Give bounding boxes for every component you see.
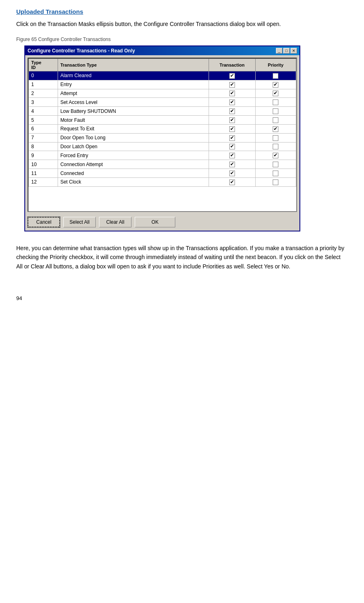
transaction-checkbox-icon xyxy=(229,91,235,96)
cell-transaction-checkbox[interactable] xyxy=(209,133,256,142)
page-title: Uploaded Transactions xyxy=(16,8,348,15)
table-row[interactable]: 10Connection Attempt xyxy=(29,160,296,169)
maximize-button[interactable]: □ xyxy=(283,48,290,54)
transaction-checkbox-icon xyxy=(229,99,235,105)
transaction-checkbox-icon xyxy=(229,82,235,88)
cell-priority-checkbox[interactable] xyxy=(255,151,296,160)
cell-type-name: Door Latch Open xyxy=(58,142,209,151)
table-row[interactable]: 8Door Latch Open xyxy=(29,142,296,151)
figure-caption: Figure 65 Configure Controller Transacti… xyxy=(16,37,348,42)
cell-transaction-checkbox[interactable] xyxy=(209,98,256,107)
clear-all-button[interactable]: Clear All xyxy=(99,217,131,227)
cell-priority-checkbox[interactable] xyxy=(255,160,296,169)
cell-type-id: 4 xyxy=(29,107,58,116)
close-button[interactable]: ✕ xyxy=(291,48,297,54)
cell-type-id: 0 xyxy=(29,71,58,80)
col-header-type-name: Transaction Type xyxy=(58,59,209,71)
cell-type-name: Forced Entry xyxy=(58,151,209,160)
dialog-wrapper: Configure Controller Transactions - Read… xyxy=(24,45,348,231)
transaction-checkbox-icon xyxy=(229,73,235,79)
cell-transaction-checkbox[interactable] xyxy=(209,151,256,160)
cell-priority-checkbox[interactable] xyxy=(255,133,296,142)
cell-type-name: Low Battery SHUTDOWN xyxy=(58,107,209,116)
cell-type-id: 9 xyxy=(29,151,58,160)
dialog-title: Configure Controller Transactions - Read… xyxy=(28,48,135,54)
col-header-type-id: TypeID xyxy=(29,59,58,71)
cell-type-name: Connection Attempt xyxy=(58,160,209,169)
intro-paragraph: Click on the Transaction Masks ellipsis … xyxy=(16,20,348,28)
table-row[interactable]: 12Set Clock xyxy=(29,177,296,186)
cell-transaction-checkbox[interactable] xyxy=(209,177,256,186)
cell-transaction-checkbox[interactable] xyxy=(209,160,256,169)
select-all-button[interactable]: Select All xyxy=(63,217,96,227)
cell-transaction-checkbox[interactable] xyxy=(209,89,256,98)
cell-type-id: 2 xyxy=(29,89,58,98)
table-row[interactable]: 11Connected xyxy=(29,169,296,178)
priority-checkbox-icon xyxy=(273,99,278,105)
cell-type-id: 12 xyxy=(29,177,58,186)
cell-transaction-checkbox[interactable] xyxy=(209,169,256,178)
cell-type-id: 8 xyxy=(29,142,58,151)
priority-checkbox-icon xyxy=(273,162,278,167)
transaction-checkbox-icon xyxy=(229,126,235,132)
transaction-checkbox-icon xyxy=(229,171,235,176)
priority-checkbox-icon xyxy=(273,179,278,185)
ok-button[interactable]: OK xyxy=(135,217,175,227)
priority-checkbox-icon xyxy=(273,144,278,149)
table-row[interactable]: 5Motor Fault xyxy=(29,116,296,125)
cell-transaction-checkbox[interactable] xyxy=(209,116,256,125)
transaction-table-wrapper[interactable]: TypeID Transaction Type Transaction Prio… xyxy=(28,58,297,212)
table-row[interactable]: 1Entry xyxy=(29,80,296,89)
cell-type-name: Entry xyxy=(58,80,209,89)
dialog-buttons: Cancel Select All Clear All OK xyxy=(28,215,297,228)
cell-transaction-checkbox[interactable] xyxy=(209,71,256,80)
cell-transaction-checkbox[interactable] xyxy=(209,80,256,89)
table-row[interactable]: 3Set Access Level xyxy=(29,98,296,107)
page-number: 94 xyxy=(16,295,348,301)
cell-transaction-checkbox[interactable] xyxy=(209,107,256,116)
cell-type-name: Set Clock xyxy=(58,177,209,186)
cell-type-name: Set Access Level xyxy=(58,98,209,107)
cell-type-id: 6 xyxy=(29,124,58,133)
cell-priority-checkbox[interactable] xyxy=(255,116,296,125)
cell-type-name: Attempt xyxy=(58,89,209,98)
cell-type-name: Motor Fault xyxy=(58,116,209,125)
cell-type-id: 5 xyxy=(29,116,58,125)
transaction-checkbox-icon xyxy=(229,135,235,141)
cell-priority-checkbox[interactable] xyxy=(255,177,296,186)
cell-priority-checkbox[interactable] xyxy=(255,89,296,98)
cell-type-id: 7 xyxy=(29,133,58,142)
cell-type-id: 1 xyxy=(29,80,58,89)
transaction-checkbox-icon xyxy=(229,162,235,167)
cell-transaction-checkbox[interactable] xyxy=(209,124,256,133)
priority-checkbox-icon xyxy=(273,135,278,141)
cell-type-id: 11 xyxy=(29,169,58,178)
cell-priority-checkbox[interactable] xyxy=(255,98,296,107)
priority-checkbox-icon xyxy=(273,73,278,79)
table-row[interactable]: 9Forced Entry xyxy=(29,151,296,160)
table-row[interactable]: 0Alarm Cleared xyxy=(29,71,296,80)
table-row[interactable]: 2Attempt xyxy=(29,89,296,98)
priority-checkbox-icon xyxy=(273,126,278,132)
cell-type-name: Door Open Too Long xyxy=(58,133,209,142)
cell-priority-checkbox[interactable] xyxy=(255,107,296,116)
cell-type-name: Connected xyxy=(58,169,209,178)
cell-priority-checkbox[interactable] xyxy=(255,71,296,80)
transaction-checkbox-icon xyxy=(229,108,235,114)
cell-priority-checkbox[interactable] xyxy=(255,80,296,89)
table-row[interactable]: 4Low Battery SHUTDOWN xyxy=(29,107,296,116)
cell-priority-checkbox[interactable] xyxy=(255,169,296,178)
cancel-button[interactable]: Cancel xyxy=(28,217,60,227)
col-header-priority: Priority xyxy=(255,59,296,71)
cell-type-id: 10 xyxy=(29,160,58,169)
minimize-button[interactable]: _ xyxy=(276,48,282,54)
cell-transaction-checkbox[interactable] xyxy=(209,142,256,151)
cell-priority-checkbox[interactable] xyxy=(255,124,296,133)
transaction-table: TypeID Transaction Type Transaction Prio… xyxy=(28,58,296,187)
priority-checkbox-icon xyxy=(273,153,278,158)
table-row[interactable]: 7Door Open Too Long xyxy=(29,133,296,142)
dialog-body: TypeID Transaction Type Transaction Prio… xyxy=(25,55,299,231)
priority-checkbox-icon xyxy=(273,117,278,123)
table-row[interactable]: 6Request To Exit xyxy=(29,124,296,133)
cell-priority-checkbox[interactable] xyxy=(255,142,296,151)
